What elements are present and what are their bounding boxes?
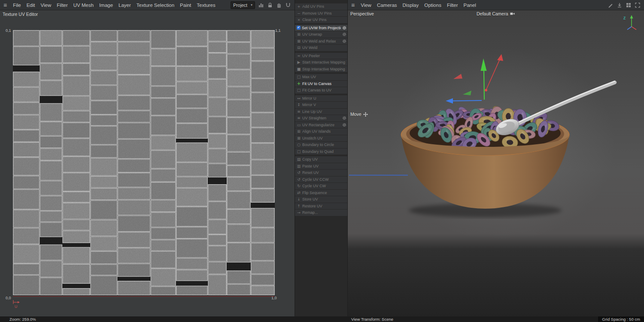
uv-command-label: Clear UV Pins bbox=[302, 18, 346, 22]
uv-command-label: Mirror V bbox=[302, 103, 346, 107]
uv-command-uv-weld: ⊟UV Weld bbox=[295, 45, 347, 51]
project-dropdown[interactable]: Project ▾ bbox=[231, 1, 255, 9]
pin-clear-icon: × bbox=[297, 18, 301, 22]
menu-item-display[interactable]: Display bbox=[403, 3, 419, 8]
uv-command-reset-uv: ↺Reset UV bbox=[295, 170, 347, 176]
restore-icon: ↑ bbox=[297, 204, 301, 208]
uv-command-label: Store UV bbox=[302, 197, 346, 201]
hamburger-icon[interactable]: ≡ bbox=[3, 2, 7, 9]
projection-check-icon: ✔ bbox=[297, 26, 301, 30]
uv-command-label: Reset UV bbox=[302, 170, 346, 175]
hamburger-icon[interactable]: ≡ bbox=[351, 2, 355, 9]
gizmo-z-label: Z bbox=[623, 16, 626, 20]
menu-item-filter[interactable]: Filter bbox=[447, 3, 458, 8]
uv-canvas[interactable]: 0,1 1,1 0,0 1,0 U bbox=[0, 0, 295, 322]
download-icon[interactable] bbox=[617, 2, 623, 8]
menu-item-cameras[interactable]: Cameras bbox=[377, 3, 397, 8]
uv-command-label: Fit Canvas to UV bbox=[302, 88, 346, 92]
uv-command-label: Boundary to Quad bbox=[302, 149, 346, 154]
uv-editor-menu: FileEditViewFilterUV MeshImageLayerTextu… bbox=[13, 3, 216, 8]
quad-icon: □ bbox=[297, 149, 301, 154]
uv-command-label: Start Interactive Mapping bbox=[302, 60, 346, 64]
uv-command-fit-canvas-to-uv: □Fit Canvas to UV bbox=[295, 87, 347, 94]
remap-icon: → bbox=[297, 210, 301, 215]
uv-command-label: Fit UV to Canvas bbox=[302, 82, 346, 86]
uv-corner-top-right: 1,1 bbox=[275, 28, 281, 33]
straighten-icon: ≡ bbox=[297, 116, 301, 120]
uv-command-set-uvw-from-projection[interactable]: ✔Set UVW from Projection bbox=[295, 25, 347, 31]
uv-command-mirror-v: ↕Mirror V bbox=[295, 102, 347, 108]
uv-command-boundary-to-circle: ○Boundary to Circle bbox=[295, 142, 347, 148]
menu-item-layer[interactable]: Layer bbox=[118, 3, 131, 8]
align-icon: ⊞ bbox=[297, 129, 301, 134]
lineup-icon: ≡ bbox=[297, 109, 301, 114]
layout-grid-icon[interactable] bbox=[626, 2, 632, 8]
lock-icon[interactable] bbox=[267, 2, 273, 8]
view-transform-status: View Transform: Scene bbox=[351, 316, 393, 322]
menu-item-textures[interactable]: Textures bbox=[197, 3, 215, 8]
pen-icon[interactable] bbox=[608, 2, 614, 8]
menu-item-view[interactable]: View bbox=[361, 3, 371, 8]
uv-command-align-uv-islands: ⊞Align UV Islands bbox=[295, 128, 347, 135]
uv-command-fit-uv-to-canvas[interactable]: +Fit UV to Canvas bbox=[295, 81, 347, 87]
uv-command-max-uv: □Max UV bbox=[295, 74, 347, 80]
uv-commands-panel: +Add UV Pins−Remove UV Pins×Clear UV Pin… bbox=[295, 0, 348, 322]
fit-canvas-icon: □ bbox=[297, 88, 301, 92]
maximize-icon[interactable] bbox=[635, 2, 641, 8]
unwrap-icon: ⊞ bbox=[297, 32, 301, 36]
camera-icon bbox=[510, 12, 515, 16]
uv-command-label: UV Peeler bbox=[302, 54, 346, 58]
uv-command-uv-unwrap: ⊞UV Unwrap bbox=[295, 31, 347, 38]
snap-magnet-icon[interactable] bbox=[285, 2, 291, 8]
uv-editor-title: Texture UV Editor bbox=[3, 12, 38, 17]
uv-command-store-uv: ↓Store UV bbox=[295, 196, 347, 203]
stop-icon: ■ bbox=[297, 67, 301, 71]
menu-item-paint[interactable]: Paint bbox=[180, 3, 191, 8]
uv-command-label: Boundary to Circle bbox=[302, 143, 346, 147]
ccw-icon: ↺ bbox=[297, 177, 301, 182]
uv-command-label: Paste UV bbox=[302, 164, 346, 168]
projection-label[interactable]: Perspective bbox=[350, 11, 374, 16]
grid-spacing-badge: Grid Spacing : 50 cm bbox=[598, 316, 644, 322]
move-gizmo[interactable] bbox=[446, 54, 503, 103]
uv-command-label: UV Unwrap bbox=[302, 32, 341, 36]
uv-command-label: Copy UV bbox=[302, 157, 346, 161]
menu-item-uv-mesh[interactable]: UV Mesh bbox=[73, 3, 94, 8]
hand-icon[interactable] bbox=[276, 2, 282, 8]
uv-corner-bottom-right: 1,0 bbox=[271, 296, 277, 300]
copy-icon: ▤ bbox=[297, 157, 301, 161]
menu-item-options[interactable]: Options bbox=[424, 3, 441, 8]
gear-icon bbox=[342, 39, 346, 43]
menu-item-filter[interactable]: Filter bbox=[57, 3, 68, 8]
status-bar: Zoom: 259.0% View Transform: Scene Grid … bbox=[0, 316, 644, 322]
viewport-menu: ViewCamerasDisplayOptionsFilterPanel bbox=[361, 3, 476, 8]
histogram-icon[interactable] bbox=[258, 2, 264, 8]
uv-command-copy-uv: ▤Copy UV bbox=[295, 156, 347, 163]
gear-icon[interactable] bbox=[342, 26, 346, 30]
menu-item-file[interactable]: File bbox=[13, 3, 21, 8]
project-dropdown-value: Project bbox=[233, 3, 247, 8]
uv-command-label: Flip Sequence bbox=[302, 191, 346, 195]
weld-relax-icon: ⊠ bbox=[297, 39, 301, 43]
zoom-status: Zoom: 259.0% bbox=[9, 316, 36, 322]
gear-icon bbox=[342, 116, 346, 120]
circle-icon: ○ bbox=[297, 143, 301, 147]
store-icon: ↓ bbox=[297, 197, 301, 201]
camera-label[interactable]: Default Camera bbox=[477, 11, 515, 16]
menu-item-image[interactable]: Image bbox=[99, 3, 113, 8]
pin-add-icon: + bbox=[297, 4, 301, 9]
menu-item-texture-selection[interactable]: Texture Selection bbox=[137, 3, 174, 8]
uv-texture-grain bbox=[13, 30, 275, 296]
menu-item-panel[interactable]: Panel bbox=[463, 3, 476, 8]
uv-command-label: Stop Interactive Mapping bbox=[302, 67, 346, 71]
axis-orientation-gizmo[interactable]: Z bbox=[622, 12, 641, 32]
menu-item-edit[interactable]: Edit bbox=[27, 3, 35, 8]
uv-command-label: UV Weld and Relax bbox=[302, 39, 341, 43]
uv-corner-top-left: 0,1 bbox=[6, 28, 11, 33]
menu-item-view[interactable]: View bbox=[41, 3, 52, 8]
viewport-3d[interactable]: Perspective Default Camera Move Z bbox=[348, 10, 644, 316]
gear-icon bbox=[342, 123, 346, 127]
uv-command-remove-uv-pins: −Remove UV Pins bbox=[295, 10, 347, 17]
uv-command-cycle-uv-ccw: ↺Cycle UV CCW bbox=[295, 176, 347, 183]
uv-command-restore-uv: ↑Restore UV bbox=[295, 203, 347, 210]
